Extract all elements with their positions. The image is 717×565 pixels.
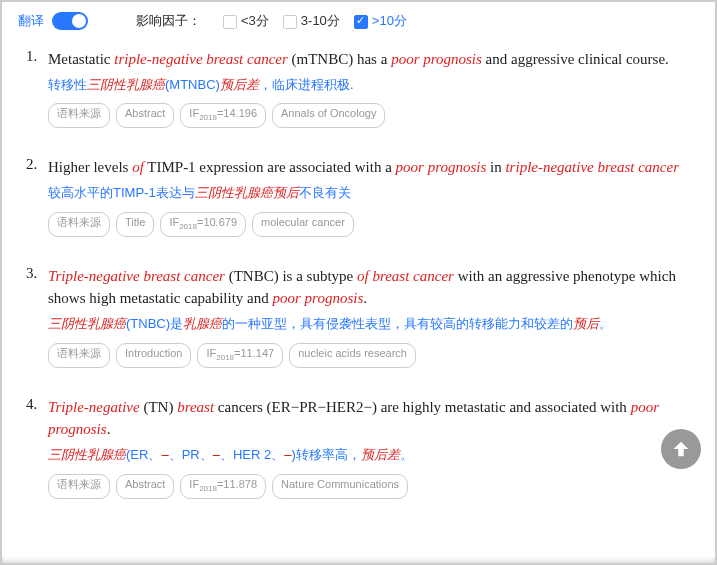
tag-source[interactable]: 语料来源 xyxy=(48,103,110,128)
tag-section[interactable]: Introduction xyxy=(116,343,191,368)
tag-impact-factor[interactable]: IF2018=14.196 xyxy=(180,103,266,128)
tag-source[interactable]: 语料来源 xyxy=(48,343,110,368)
result-chinese: 转移性三阴性乳腺癌(MTNBC)预后差，临床进程积极. xyxy=(48,75,691,96)
result-number: 1. xyxy=(26,48,46,65)
result-english: Metastatic triple-negative breast cancer… xyxy=(48,48,691,71)
arrow-up-icon xyxy=(670,438,692,460)
result-item: 4.Triple-negative (TN) breast cancers (E… xyxy=(26,396,691,499)
tag-source[interactable]: 语料来源 xyxy=(48,474,110,499)
tag-journal[interactable]: molecular cancer xyxy=(252,212,354,237)
tag-journal[interactable]: Annals of Oncology xyxy=(272,103,385,128)
filter-option-label[interactable]: >10分 xyxy=(372,13,407,28)
result-number: 2. xyxy=(26,156,46,173)
tag-impact-factor[interactable]: IF2018=11.878 xyxy=(180,474,266,499)
filter-checkbox-2[interactable] xyxy=(354,15,368,29)
impact-factor-label: 影响因子： xyxy=(136,12,201,30)
bottom-shadow xyxy=(2,557,715,563)
result-item: 3.Triple-negative breast cancer (TNBC) i… xyxy=(26,265,691,368)
filter-option-label[interactable]: <3分 xyxy=(241,13,269,28)
tag-impact-factor[interactable]: IF2018=11.147 xyxy=(197,343,283,368)
filter-bar: 翻译 影响因子： <3分3-10分>10分 xyxy=(2,2,715,40)
result-english: Higher levels of TIMP-1 expression are a… xyxy=(48,156,691,179)
result-chinese: 三阴性乳腺癌(TNBC)是乳腺癌的一种亚型，具有侵袭性表型，具有较高的转移能力和… xyxy=(48,314,691,335)
tag-journal[interactable]: nucleic acids research xyxy=(289,343,416,368)
result-chinese: 三阴性乳腺癌(ER、–、PR、–、HER 2、–)转移率高，预后差。 xyxy=(48,445,691,466)
translate-label: 翻译 xyxy=(18,12,44,30)
tag-impact-factor[interactable]: IF2018=10.679 xyxy=(160,212,246,237)
result-number: 4. xyxy=(26,396,46,413)
result-number: 3. xyxy=(26,265,46,282)
filter-checkbox-0[interactable] xyxy=(223,15,237,29)
filter-checkbox-1[interactable] xyxy=(283,15,297,29)
result-tags: 语料来源IntroductionIF2018=11.147nucleic aci… xyxy=(48,343,691,368)
results-list: 1.Metastatic triple-negative breast canc… xyxy=(2,40,715,499)
tag-journal[interactable]: Nature Communications xyxy=(272,474,408,499)
tag-section[interactable]: Title xyxy=(116,212,154,237)
result-english: Triple-negative breast cancer (TNBC) is … xyxy=(48,265,691,310)
tag-section[interactable]: Abstract xyxy=(116,474,174,499)
result-english: Triple-negative (TN) breast cancers (ER−… xyxy=(48,396,691,441)
tag-section[interactable]: Abstract xyxy=(116,103,174,128)
scroll-to-top-button[interactable] xyxy=(661,429,701,469)
translate-toggle[interactable] xyxy=(52,12,88,30)
result-tags: 语料来源AbstractIF2018=11.878Nature Communic… xyxy=(48,474,691,499)
result-item: 2.Higher levels of TIMP-1 expression are… xyxy=(26,156,691,236)
result-tags: 语料来源AbstractIF2018=14.196Annals of Oncol… xyxy=(48,103,691,128)
filter-option-label[interactable]: 3-10分 xyxy=(301,13,340,28)
result-chinese: 较高水平的TIMP-1表达与三阴性乳腺癌预后不良有关 xyxy=(48,183,691,204)
result-tags: 语料来源TitleIF2018=10.679molecular cancer xyxy=(48,212,691,237)
tag-source[interactable]: 语料来源 xyxy=(48,212,110,237)
result-item: 1.Metastatic triple-negative breast canc… xyxy=(26,48,691,128)
